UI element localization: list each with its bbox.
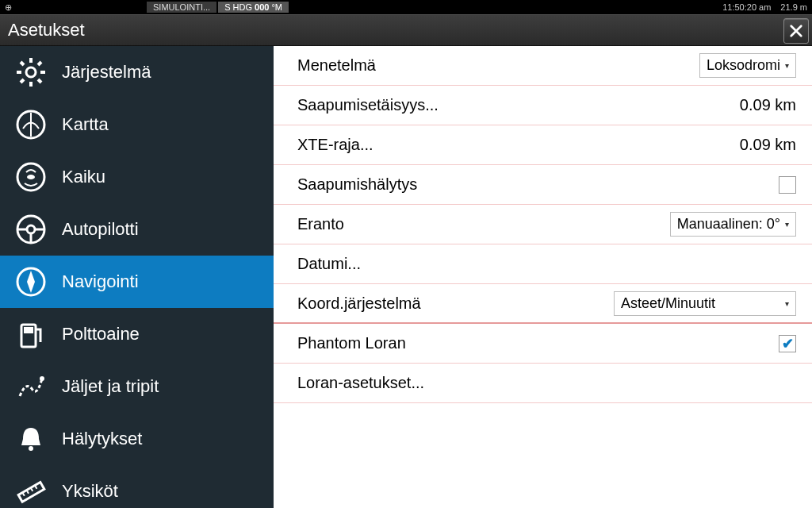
svg-line-7	[38, 62, 41, 65]
bell-icon	[14, 422, 48, 456]
sidebar-item-label: Yksiköt	[62, 481, 118, 502]
title-bar: Asetukset	[0, 14, 812, 46]
sidebar-item-label: Polttoaine	[62, 324, 140, 344]
sidebar-item-label: Kaiku	[62, 167, 105, 187]
hdg-prefix: S HDG	[224, 2, 252, 12]
sidebar-item-tracks[interactable]: Jäljet ja tripit	[0, 360, 274, 413]
heading-readout: S HDG 000 °M	[218, 2, 289, 13]
ruler-icon	[14, 475, 48, 508]
svg-line-26	[31, 488, 33, 491]
settings-panel: Menetelmä Loksodromi ▾ Saapumisetäisyys.…	[274, 46, 812, 508]
status-bar: ⊕ SIMULOINTI... S HDG 000 °M 11:50:20 am…	[0, 0, 812, 14]
row-datum[interactable]: Datumi...	[274, 244, 812, 284]
sidebar-item-fuel[interactable]: Polttoaine	[0, 308, 274, 360]
arrival-alarm-checkbox[interactable]	[779, 176, 796, 194]
wheel-icon	[14, 213, 48, 246]
fuel-icon	[14, 318, 48, 351]
phantom-checkbox[interactable]	[779, 335, 796, 352]
datum-label: Datumi...	[297, 255, 796, 273]
svg-line-5	[21, 62, 24, 65]
svg-point-21	[40, 376, 44, 381]
depth-readout: 21.9 m	[780, 2, 807, 12]
coord-label: Koord.järjestelmä	[297, 294, 614, 313]
svg-line-6	[38, 79, 41, 83]
sidebar-item-autopilot[interactable]: Autopilotti	[0, 203, 274, 256]
row-variation[interactable]: Eranto Manuaalinen: 0° ▾	[274, 205, 812, 244]
arrival-dist-label: Saapumisetäisyys...	[297, 96, 740, 114]
sidebar-item-label: Navigointi	[62, 271, 139, 292]
method-value: Loksodromi	[707, 57, 780, 74]
sidebar-item-label: Hälytykset	[62, 429, 142, 449]
xte-label: XTE-raja...	[297, 136, 740, 154]
hdg-unit: °M	[271, 2, 282, 12]
sidebar-item-sonar[interactable]: Kaiku	[0, 151, 274, 203]
arrival-alarm-label: Saapumishälytys	[297, 175, 779, 194]
clock: 11:50:20 am	[722, 2, 771, 12]
variation-label: Eranto	[297, 215, 670, 233]
row-method[interactable]: Menetelmä Loksodromi ▾	[274, 46, 812, 86]
sidebar-item-label: Järjestelmä	[62, 62, 151, 83]
gear-icon	[14, 56, 48, 89]
arrival-dist-value: 0.09 km	[740, 96, 796, 114]
sidebar-item-label: Autopilotti	[62, 219, 139, 240]
sidebar-item-label: Kartta	[62, 114, 109, 135]
svg-line-24	[22, 493, 25, 496]
sidebar: Järjestelmä Kartta Kaiku Autopilotti Nav	[0, 46, 274, 508]
sidebar-item-navigation[interactable]: Navigointi	[0, 256, 274, 308]
svg-line-8	[21, 79, 24, 83]
chevron-down-icon: ▾	[785, 61, 789, 70]
globe-icon: ⊕	[5, 2, 12, 13]
chevron-down-icon: ▾	[785, 299, 789, 308]
row-arrival-alarm[interactable]: Saapumishälytys	[274, 165, 812, 205]
row-coord-system[interactable]: Koord.järjestelmä Asteet/Minuutit ▾	[274, 284, 812, 324]
svg-point-12	[27, 175, 35, 179]
compass-icon	[14, 265, 48, 298]
svg-point-14	[27, 225, 35, 233]
svg-line-25	[27, 491, 29, 494]
loran-label: Loran-asetukset...	[297, 374, 796, 392]
coord-select[interactable]: Asteet/Minuutit ▾	[614, 291, 796, 316]
sidebar-item-label: Jäljet ja tripit	[62, 376, 159, 397]
svg-point-0	[26, 67, 36, 77]
page-title: Asetukset	[8, 20, 85, 40]
close-button[interactable]	[783, 18, 809, 44]
svg-rect-23	[18, 483, 44, 502]
coord-value: Asteet/Minuutit	[621, 295, 715, 312]
method-label: Menetelmä	[297, 56, 699, 75]
status-tab: SIMULOINTI...	[147, 2, 216, 13]
row-phantom-loran[interactable]: Phantom Loran	[274, 324, 812, 364]
sidebar-item-units[interactable]: Yksiköt	[0, 465, 274, 508]
close-icon	[789, 24, 803, 38]
xte-value: 0.09 km	[740, 136, 796, 154]
chevron-down-icon: ▾	[785, 220, 789, 229]
row-xte-limit[interactable]: XTE-raja... 0.09 km	[274, 125, 812, 165]
row-arrival-distance[interactable]: Saapumisetäisyys... 0.09 km	[274, 86, 812, 125]
row-loran-settings[interactable]: Loran-asetukset...	[274, 364, 812, 403]
sidebar-item-system[interactable]: Järjestelmä	[0, 46, 274, 98]
variation-select[interactable]: Manuaalinen: 0° ▾	[670, 212, 796, 237]
tracks-icon	[14, 370, 48, 403]
chart-icon	[14, 108, 48, 141]
sonar-icon	[14, 160, 48, 194]
svg-rect-20	[24, 327, 33, 333]
phantom-label: Phantom Loran	[297, 334, 779, 352]
sidebar-item-chart[interactable]: Kartta	[0, 98, 274, 151]
hdg-value: 000	[255, 2, 269, 12]
sidebar-item-alarms[interactable]: Hälytykset	[0, 413, 274, 465]
svg-line-27	[35, 486, 37, 489]
svg-point-22	[29, 446, 33, 451]
variation-value: Manuaalinen: 0°	[677, 216, 780, 233]
method-select[interactable]: Loksodromi ▾	[699, 53, 796, 78]
